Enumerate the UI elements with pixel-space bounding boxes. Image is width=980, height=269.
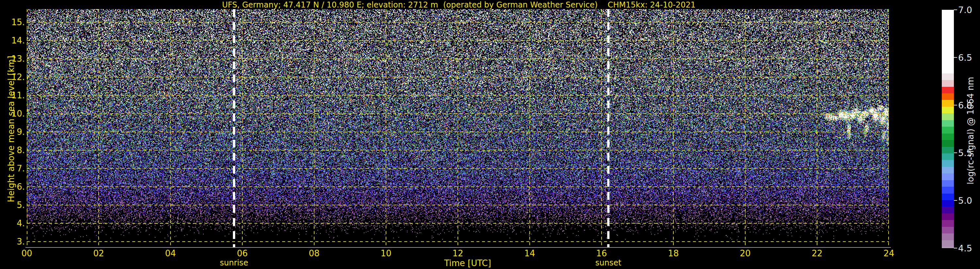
x-tick-label: 06 bbox=[237, 248, 248, 258]
x-tick-label: 16 bbox=[596, 248, 607, 258]
y-tick-label: 4. bbox=[0, 218, 25, 228]
colorbar-tick-label: 7.0 bbox=[958, 5, 972, 15]
x-tick-label: 10 bbox=[380, 248, 391, 258]
x-tick-label: 18 bbox=[668, 248, 679, 258]
page-title: UFS, Germany; 47.417 N / 10.980 E; eleva… bbox=[0, 0, 918, 10]
colorbar-tick-label: 4.5 bbox=[958, 243, 972, 253]
x-tick-label: 02 bbox=[93, 248, 104, 258]
x-tick-label: 24 bbox=[883, 248, 894, 258]
colorbar-tick-mark bbox=[954, 248, 957, 248]
y-tick-label: 15. bbox=[0, 17, 25, 27]
x-axis-label: Time [UTC] bbox=[435, 258, 500, 268]
backscatter-heatmap-canvas bbox=[27, 9, 889, 247]
x-tick-label: 08 bbox=[309, 248, 319, 258]
ceilometer-quicklook-page: { "title": "UFS, Germany; 47.417 N / 10.… bbox=[0, 0, 980, 269]
x-axis-line bbox=[25, 247, 891, 248]
y-tick-label: 3. bbox=[0, 237, 25, 247]
y-axis-label: Height above mean sea level [km] bbox=[6, 54, 16, 204]
x-tick-label: 20 bbox=[740, 248, 751, 258]
x-tick-label: 12 bbox=[452, 248, 463, 258]
colorbar bbox=[942, 10, 954, 248]
sunset-label: sunset bbox=[595, 258, 621, 267]
y-tick-label: 14. bbox=[0, 36, 25, 45]
x-tick-label: 14 bbox=[524, 248, 535, 258]
x-tick-label: 04 bbox=[165, 248, 176, 258]
x-tick-label: 00 bbox=[21, 248, 32, 258]
colorbar-tick-mark bbox=[954, 200, 957, 201]
colorbar-tick-mark bbox=[954, 57, 957, 58]
x-tick-label: 22 bbox=[811, 248, 822, 258]
colorbar-tick-mark bbox=[954, 10, 957, 10]
colorbar-tick-mark bbox=[954, 105, 957, 105]
colorbar-tick-mark bbox=[954, 153, 957, 153]
sunrise-label: sunrise bbox=[220, 258, 248, 267]
colorbar-label: log(rc-signal) @ 1064 nm bbox=[966, 56, 975, 206]
